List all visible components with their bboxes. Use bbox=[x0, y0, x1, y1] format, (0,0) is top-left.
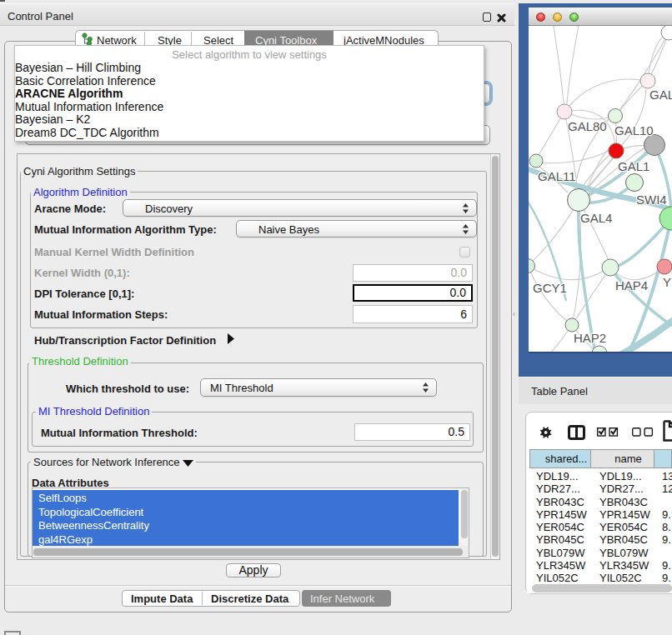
svg-text:GAL7: GAL7 bbox=[649, 88, 672, 102]
svg-text:HAP2: HAP2 bbox=[574, 331, 606, 345]
svg-text:GAL1: GAL1 bbox=[618, 159, 649, 173]
svg-text:HAP4: HAP4 bbox=[615, 278, 648, 292]
svg-text:YD: YD bbox=[663, 275, 672, 289]
svg-text:GAL80: GAL80 bbox=[568, 119, 607, 133]
svg-text:GCY1: GCY1 bbox=[533, 281, 567, 295]
svg-text:SWI4: SWI4 bbox=[636, 192, 667, 207]
svg-text:GAL11: GAL11 bbox=[538, 169, 576, 183]
svg-text:GAL4: GAL4 bbox=[580, 211, 612, 225]
svg-text:GAL10: GAL10 bbox=[614, 123, 654, 138]
